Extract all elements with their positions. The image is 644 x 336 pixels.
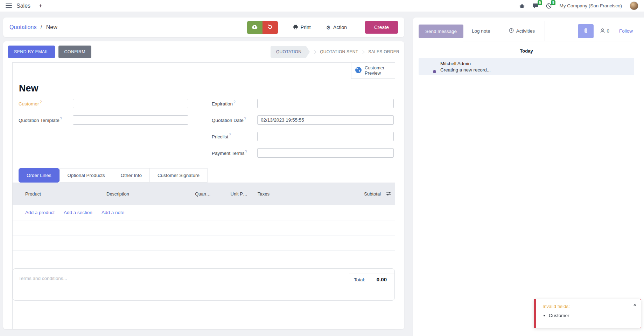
quotation-date-label: Quotation Date? xyxy=(212,115,257,123)
column-description: Description xyxy=(106,191,169,197)
hamburger-menu-icon[interactable] xyxy=(6,4,12,8)
save-discard-group xyxy=(247,21,278,34)
tab-order-lines[interactable]: Order Lines xyxy=(19,168,59,183)
tab-customer-signature[interactable]: Customer Signature xyxy=(150,168,208,183)
gear-icon: ⚙ xyxy=(326,25,331,30)
order-lines-add-row: Add a product Add a section Add a note xyxy=(13,205,395,220)
field-grid: Customer? Expiration? Quotation Template… xyxy=(19,99,395,165)
quotation-form: SEND BY EMAIL CONFIRM QUOTATION QUOTATIO… xyxy=(3,41,404,329)
toast-title: Invalid fields: xyxy=(542,304,636,309)
presence-dot-icon xyxy=(432,69,437,74)
optional-columns-icon[interactable] xyxy=(386,191,391,197)
person-icon xyxy=(600,28,605,34)
message-author: Mitchell Admin xyxy=(440,61,491,66)
help-icon: ? xyxy=(233,100,236,104)
total-block: Total: 0.00 xyxy=(349,274,394,282)
chatter-toolbar: Send message Log note Activities 0 xyxy=(419,21,634,41)
column-taxes: Taxes xyxy=(247,191,303,197)
message-avatar xyxy=(423,60,436,73)
customer-preview-label: Customer Preview xyxy=(365,66,389,76)
followers-button[interactable]: 0 xyxy=(600,28,609,34)
close-icon[interactable]: × xyxy=(633,302,636,308)
breadcrumb: Quotations / New xyxy=(9,24,57,30)
quotation-date-input[interactable] xyxy=(257,115,394,125)
empty-order-line xyxy=(13,220,395,235)
send-by-email-button[interactable]: SEND BY EMAIL xyxy=(8,46,55,58)
chatter-panel: Send message Log note Activities 0 xyxy=(413,18,644,336)
add-a-section-link[interactable]: Add a section xyxy=(64,210,92,215)
company-switcher[interactable]: My Company (San Francisco) xyxy=(559,3,622,8)
step-sales-order[interactable]: SALES ORDER xyxy=(368,49,399,54)
invalid-fields-toast: Invalid fields: × Customer xyxy=(534,299,641,328)
help-icon: ? xyxy=(60,117,62,121)
app-name[interactable]: Sales xyxy=(16,3,30,9)
add-a-product-link[interactable]: Add a product xyxy=(25,210,55,215)
empty-order-line xyxy=(13,235,395,251)
new-tab-plus-icon[interactable]: + xyxy=(39,2,42,9)
top-navbar: Sales + 5 9 My Company (San Francisco) xyxy=(0,0,644,12)
undo-icon xyxy=(267,24,273,30)
create-button[interactable]: Create xyxy=(365,21,398,34)
form-sheet: Customer Preview New Customer? Expiratio… xyxy=(12,62,395,329)
debug-bug-icon[interactable] xyxy=(519,3,525,8)
pricelist-input[interactable] xyxy=(257,132,394,141)
save-button[interactable] xyxy=(247,21,262,34)
print-label: Print xyxy=(301,25,311,30)
terms-and-total-box: Total: 0.00 xyxy=(13,268,395,301)
tab-optional-products[interactable]: Optional Products xyxy=(59,168,113,183)
follow-button[interactable]: Follow xyxy=(619,28,633,34)
payment-terms-label: Payment Terms? xyxy=(212,148,257,156)
customer-label: Customer? xyxy=(19,99,73,107)
user-avatar[interactable] xyxy=(630,1,638,10)
help-icon: ? xyxy=(40,100,42,104)
activities-button[interactable]: Activities xyxy=(499,21,545,41)
step-quotation[interactable]: QUOTATION xyxy=(271,46,310,58)
messages-icon[interactable]: 5 xyxy=(532,3,538,8)
step-quotation-sent[interactable]: QUOTATION SENT xyxy=(320,49,358,54)
printer-icon xyxy=(293,25,298,30)
help-icon: ? xyxy=(229,133,231,137)
status-stepper: QUOTATION QUOTATION SENT SALES ORDER xyxy=(271,46,399,58)
send-message-button[interactable]: Send message xyxy=(419,25,463,38)
quotation-template-label: Quotation Template? xyxy=(19,115,73,123)
date-divider: Today xyxy=(419,48,634,54)
breadcrumb-separator: / xyxy=(41,24,42,30)
activities-clock-icon[interactable]: 9 xyxy=(546,3,552,9)
form-region: Quotations / New Print ⚙ Action xyxy=(3,18,404,329)
column-product: Product xyxy=(13,191,106,197)
attach-file-button[interactable] xyxy=(578,24,594,38)
tab-other-info[interactable]: Other Info xyxy=(113,168,150,183)
customer-preview-link[interactable]: Customer Preview xyxy=(351,63,395,79)
statusbar: SEND BY EMAIL CONFIRM QUOTATION QUOTATIO… xyxy=(3,41,404,62)
action-label: Action xyxy=(333,25,347,30)
breadcrumb-current: New xyxy=(46,24,57,30)
follower-count: 0 xyxy=(607,28,609,34)
paperclip-icon xyxy=(583,27,589,35)
messages-badge: 5 xyxy=(538,0,542,5)
breadcrumb-quotations-link[interactable]: Quotations xyxy=(9,24,36,30)
action-button[interactable]: ⚙ Action xyxy=(326,25,347,30)
help-icon: ? xyxy=(245,150,247,153)
log-note-button[interactable]: Log note xyxy=(472,28,490,34)
page-title: New xyxy=(19,83,395,94)
expiration-input[interactable] xyxy=(257,99,394,108)
notebook-tabs: Order Lines Optional Products Other Info… xyxy=(19,168,395,183)
step-chevron-icon xyxy=(360,50,365,54)
customer-input[interactable] xyxy=(73,99,188,108)
message-text: Creating a new record... xyxy=(440,67,491,73)
add-a-note-link[interactable]: Add a note xyxy=(102,210,124,215)
help-icon: ? xyxy=(244,117,246,121)
clock-icon xyxy=(509,28,514,34)
print-button[interactable]: Print xyxy=(293,25,311,30)
pricelist-label: Pricelist? xyxy=(212,132,257,139)
terms-and-conditions-input[interactable] xyxy=(19,276,166,281)
quotation-template-input[interactable] xyxy=(73,115,188,125)
toast-invalid-field: Customer xyxy=(549,313,636,318)
total-value: 0.00 xyxy=(377,276,387,282)
step-chevron-icon xyxy=(312,50,316,54)
confirm-button[interactable]: CONFIRM xyxy=(58,46,91,58)
globe-icon xyxy=(355,67,362,75)
column-quantity: Quan… xyxy=(169,191,211,197)
discard-button[interactable] xyxy=(262,21,278,34)
payment-terms-input[interactable] xyxy=(257,148,394,158)
